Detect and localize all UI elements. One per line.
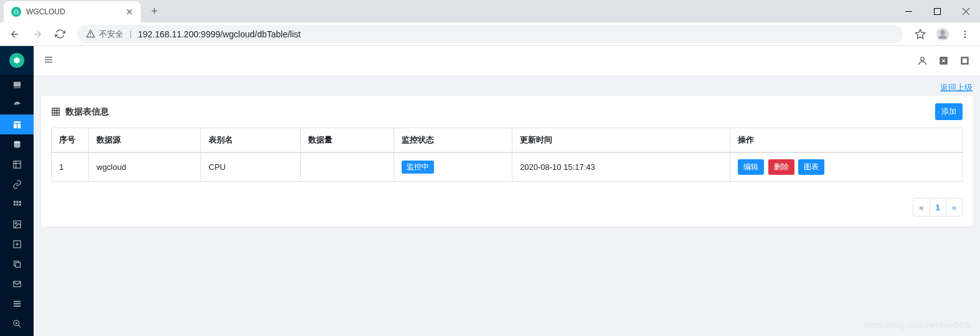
svg-rect-15: [19, 203, 21, 205]
page-prev-button[interactable]: «: [913, 198, 930, 217]
cell-count: [301, 152, 394, 182]
security-warning-icon: 不安全: [86, 29, 123, 40]
sidebar-item-dashboard[interactable]: [0, 95, 34, 114]
status-badge: 监控中: [402, 161, 434, 174]
svg-rect-0: [934, 8, 940, 14]
fullscreen-icon[interactable]: [959, 55, 970, 67]
svg-point-4: [964, 33, 966, 35]
sidebar-toggle-icon[interactable]: [44, 55, 54, 67]
table-header-row: 序号 数据源 表别名 数据量 监控状态 更新时间 操作: [52, 128, 963, 153]
profile-avatar-icon[interactable]: [933, 24, 953, 44]
sidebar-item-link[interactable]: [0, 174, 34, 194]
security-label: 不安全: [99, 29, 123, 40]
sidebar-item-table[interactable]: [0, 114, 34, 134]
table-icon: [51, 107, 60, 116]
svg-rect-11: [16, 200, 18, 202]
sidebar-item-copy[interactable]: [0, 254, 34, 274]
svg-point-2: [940, 30, 945, 34]
delete-button[interactable]: 删除: [768, 159, 794, 175]
nav-reload-button[interactable]: [50, 24, 70, 44]
th-datasource: 数据源: [89, 128, 201, 153]
tab-favicon-icon: [11, 7, 21, 17]
return-parent-link[interactable]: 返回上级: [940, 83, 973, 92]
browser-menu-icon[interactable]: [955, 24, 975, 44]
th-seq: 序号: [52, 128, 89, 153]
svg-rect-28: [962, 58, 967, 63]
cell-updated: 2020-08-10 15:17:43: [512, 152, 730, 182]
nav-back-button[interactable]: [5, 24, 25, 44]
cell-alias: CPU: [201, 152, 301, 182]
sidebar-item-database[interactable]: [0, 134, 34, 154]
edit-button[interactable]: 编辑: [738, 159, 764, 175]
sidebar-item-add[interactable]: [0, 234, 34, 254]
th-action: 操作: [730, 128, 963, 153]
url-separator: |: [130, 29, 131, 39]
page-number-button[interactable]: 1: [930, 198, 946, 217]
svg-rect-13: [13, 203, 15, 205]
table-row: 1 wgcloud CPU 监控中 2020-08-10 15:17:43 编辑…: [52, 152, 963, 182]
th-count: 数据量: [301, 128, 394, 153]
svg-point-3: [964, 30, 966, 32]
return-link-wrap: 返回上级: [41, 82, 973, 93]
pagination: « 1 »: [41, 192, 973, 226]
sidebar-item-zoom[interactable]: [0, 314, 34, 334]
window-minimize-icon[interactable]: [894, 1, 923, 21]
svg-point-5: [964, 36, 966, 38]
sidebar-item-dbtable[interactable]: [0, 154, 34, 174]
url-input[interactable]: 不安全 | 192.168.11.200:9999/wgcloud/dbTabl…: [77, 25, 903, 44]
sidebar-item-host[interactable]: [0, 75, 34, 95]
svg-rect-10: [13, 200, 15, 202]
tab-close-icon[interactable]: ✕: [126, 7, 133, 17]
svg-point-25: [920, 57, 924, 61]
sidebar-item-grid[interactable]: [0, 194, 34, 214]
svg-rect-23: [13, 306, 20, 307]
url-text: 192.168.11.200:9999/wgcloud/dbTable/list: [138, 29, 301, 39]
svg-rect-7: [13, 87, 20, 88]
card: 数据表信息 添加 序号 数据源 表别名 数据量 监控状态: [41, 96, 973, 226]
svg-rect-6: [13, 82, 20, 86]
card-title-text: 数据表信息: [65, 106, 109, 118]
svg-rect-22: [13, 303, 20, 304]
sidebar-item-mail[interactable]: [0, 274, 34, 294]
chart-button[interactable]: 图表: [798, 159, 824, 175]
svg-rect-9: [13, 161, 20, 167]
svg-rect-21: [13, 301, 20, 302]
tab-title: WGCLOUD: [26, 7, 121, 16]
window-maximize-icon[interactable]: [923, 1, 951, 21]
th-updated: 更新时间: [512, 128, 730, 153]
add-button[interactable]: 添加: [935, 103, 963, 120]
user-icon[interactable]: [916, 55, 928, 67]
nav-forward-button[interactable]: [27, 24, 47, 44]
sidebar: [0, 46, 34, 336]
svg-point-17: [15, 222, 17, 224]
cell-datasource: wgcloud: [89, 152, 201, 182]
th-alias: 表别名: [201, 128, 301, 153]
new-tab-button[interactable]: +: [146, 2, 163, 20]
page-next-button[interactable]: »: [946, 198, 963, 217]
svg-rect-12: [19, 200, 21, 202]
svg-rect-19: [16, 263, 21, 268]
bookmark-star-icon[interactable]: [910, 24, 930, 44]
topbar: [34, 46, 980, 76]
svg-rect-29: [52, 108, 59, 115]
cell-status: 监控中: [394, 152, 512, 182]
th-status: 监控状态: [394, 128, 512, 153]
sidebar-item-list[interactable]: [0, 294, 34, 314]
sidebar-item-image[interactable]: [0, 214, 34, 234]
data-table: 序号 数据源 表别名 数据量 监控状态 更新时间 操作 1: [51, 128, 963, 182]
sidebar-logo[interactable]: [0, 46, 34, 75]
window-close-icon[interactable]: [951, 1, 980, 21]
close-square-icon[interactable]: [938, 55, 949, 67]
cell-actions: 编辑 删除 图表: [730, 152, 963, 182]
card-header: 数据表信息 添加: [41, 96, 973, 128]
cell-seq: 1: [52, 152, 89, 182]
svg-rect-14: [16, 203, 18, 205]
browser-tab[interactable]: WGCLOUD ✕: [4, 1, 141, 22]
browser-tab-bar: WGCLOUD ✕ +: [0, 0, 980, 22]
card-title: 数据表信息: [51, 106, 109, 118]
address-bar: 不安全 | 192.168.11.200:9999/wgcloud/dbTabl…: [0, 22, 980, 46]
